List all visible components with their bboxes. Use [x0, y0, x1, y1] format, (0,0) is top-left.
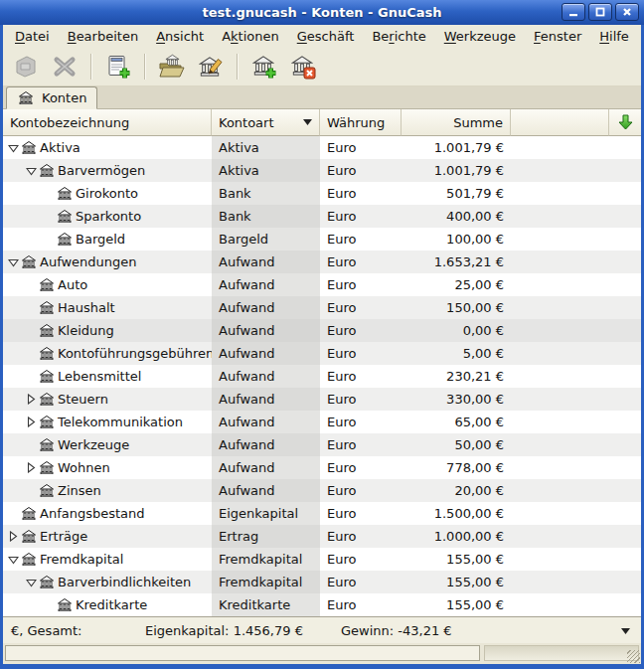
summary-total-label: €, Gesamt:	[11, 623, 82, 638]
new-account-button[interactable]	[246, 51, 282, 83]
account-type: Aufwand	[212, 273, 320, 296]
account-currency: Euro	[320, 319, 402, 342]
account-row-kontofuehrungsgebuehren[interactable]: Kontoführungsgebühren Aufwand Euro 5,00 …	[3, 342, 641, 365]
close-icon	[622, 7, 632, 17]
account-total: 50,00 €	[402, 433, 511, 456]
close-button[interactable]	[615, 3, 639, 21]
expander-open-icon[interactable]	[6, 257, 20, 267]
maximize-button[interactable]	[588, 3, 612, 21]
open-account-button[interactable]	[154, 51, 190, 83]
minimize-button[interactable]	[562, 3, 585, 21]
accounts-tree: Aktiva Aktiva Euro 1.001,79 € Barvermöge…	[3, 136, 641, 616]
sort-descending-icon	[303, 119, 312, 125]
menu-berichte[interactable]: Berichte	[363, 27, 434, 46]
row-filler	[511, 136, 641, 159]
menu-hilfe[interactable]: Hilfe	[590, 27, 638, 46]
column-header-summe[interactable]: Summe	[402, 109, 511, 136]
account-currency: Euro	[320, 342, 402, 365]
account-row-telekommunikation[interactable]: Telekommunikation Aufwand Euro 65,00 €	[3, 411, 641, 433]
account-type: Bank	[212, 182, 320, 205]
account-type: Aufwand	[212, 342, 320, 365]
register-plus-icon	[105, 54, 131, 80]
account-row-wohnen[interactable]: Wohnen Aufwand Euro 778,00 €	[3, 456, 641, 479]
account-row-steuern[interactable]: Steuern Aufwand Euro 330,00 €	[3, 388, 641, 411]
menu-geschaeft[interactable]: Geschäft	[288, 27, 364, 46]
bank-icon	[22, 141, 36, 154]
account-type: Bank	[212, 205, 320, 228]
account-row-haushalt[interactable]: Haushalt Aufwand Euro 150,00 €	[3, 296, 641, 319]
column-header-kontobezeichnung[interactable]: Kontobezeichnung	[3, 109, 212, 136]
bank-plus-icon	[251, 54, 277, 80]
save-icon	[13, 54, 39, 80]
account-total: 155,00 €	[402, 593, 511, 616]
row-filler	[511, 388, 641, 411]
menu-werkzeuge[interactable]: Werkzeuge	[435, 27, 525, 46]
account-row-aktiva[interactable]: Aktiva Aktiva Euro 1.001,79 €	[3, 136, 641, 159]
expander-open-icon[interactable]	[6, 555, 20, 565]
account-row-kreditkarte[interactable]: Kreditkarte Kreditkarte Euro 155,00 €	[3, 593, 641, 616]
menu-aktionen[interactable]: Aktionen	[213, 27, 288, 46]
account-row-lebensmittel[interactable]: Lebensmittel Aufwand Euro 230,21 €	[3, 365, 641, 388]
delete-account-button[interactable]	[285, 51, 321, 83]
account-total: 65,00 €	[402, 411, 511, 433]
account-type: Eigenkapital	[212, 502, 320, 525]
maximize-icon	[595, 7, 605, 17]
account-currency: Euro	[320, 205, 402, 228]
menu-bearbeiten[interactable]: Bearbeiten	[59, 27, 147, 46]
account-row-kleidung[interactable]: Kleidung Aufwand Euro 0,00 €	[3, 319, 641, 342]
account-name: Wohnen	[58, 460, 110, 475]
account-name: Aktiva	[40, 140, 80, 155]
menu-datei[interactable]: Datei	[6, 27, 59, 46]
account-row-aufwendungen[interactable]: Aufwendungen Aufwand Euro 1.653,21 €	[3, 251, 641, 273]
account-currency: Euro	[320, 411, 402, 433]
account-name: Kreditkarte	[76, 597, 147, 612]
bank-icon	[40, 393, 54, 406]
account-row-barverbindlichkeiten[interactable]: Barverbindlichkeiten Fremdkapital Euro 1…	[3, 571, 641, 593]
expander-open-icon[interactable]	[6, 143, 20, 153]
expander-closed-icon[interactable]	[24, 417, 38, 427]
column-header-kontoart[interactable]: Kontoart	[212, 109, 320, 136]
account-row-bargeld[interactable]: Bargeld Bargeld Euro 100,00 €	[3, 228, 641, 251]
account-row-sparkonto[interactable]: Sparkonto Bank Euro 400,00 €	[3, 205, 641, 228]
new-register-button[interactable]	[100, 51, 136, 83]
account-type: Aufwand	[212, 388, 320, 411]
account-row-werkzeuge[interactable]: Werkzeuge Aufwand Euro 50,00 €	[3, 433, 641, 456]
account-row-zinsen[interactable]: Zinsen Aufwand Euro 20,00 €	[3, 479, 641, 502]
expander-open-icon[interactable]	[24, 578, 38, 587]
expander-closed-icon[interactable]	[6, 531, 20, 542]
menu-ansicht[interactable]: Ansicht	[147, 27, 213, 46]
column-header-waehrung[interactable]: Währung	[320, 109, 402, 136]
titlebar[interactable]: test.gnucash - Konten - GnuCash	[0, 0, 644, 25]
account-currency: Euro	[320, 571, 402, 593]
edit-account-button[interactable]	[193, 51, 229, 83]
menubar: DateiBearbeitenAnsichtAktionenGeschäftBe…	[3, 25, 641, 47]
account-row-girokonto[interactable]: Girokonto Bank Euro 501,79 €	[3, 182, 641, 205]
bank-icon	[40, 347, 54, 360]
row-filler	[511, 433, 641, 456]
tab-bar: Konten	[3, 86, 641, 109]
account-currency: Euro	[320, 525, 402, 548]
summary-dropdown-button[interactable]	[613, 621, 637, 640]
account-row-auto[interactable]: Auto Aufwand Euro 25,00 €	[3, 273, 641, 296]
column-options-button[interactable]	[609, 109, 641, 136]
resize-grip[interactable]	[627, 650, 640, 663]
row-filler	[511, 296, 641, 319]
account-type: Aufwand	[212, 479, 320, 502]
expander-open-icon[interactable]	[24, 166, 38, 176]
account-currency: Euro	[320, 388, 402, 411]
account-row-ertraege[interactable]: Erträge Ertrag Euro 1.000,00 €	[3, 525, 641, 548]
summary-bar: €, Gesamt: Eigenkapital: 1.456,79 € Gewi…	[3, 616, 641, 643]
row-filler	[511, 571, 641, 593]
account-type: Aufwand	[212, 411, 320, 433]
account-row-barvermoegen[interactable]: Barvermögen Aktiva Euro 1.001,79 €	[3, 159, 641, 182]
menu-fenster[interactable]: Fenster	[525, 27, 590, 46]
account-row-fremdkapital[interactable]: Fremdkapital Fremdkapital Euro 155,00 €	[3, 548, 641, 571]
expander-closed-icon[interactable]	[24, 394, 38, 405]
tab-konten[interactable]: Konten	[6, 86, 97, 109]
account-currency: Euro	[320, 273, 402, 296]
table-header: Kontobezeichnung Kontoart Währung Summe	[3, 109, 641, 136]
expander-closed-icon[interactable]	[24, 462, 38, 473]
account-type: Aufwand	[212, 456, 320, 479]
bank-icon	[40, 438, 54, 451]
account-row-anfangsbestand[interactable]: Anfangsbestand Eigenkapital Euro 1.500,0…	[3, 502, 641, 525]
